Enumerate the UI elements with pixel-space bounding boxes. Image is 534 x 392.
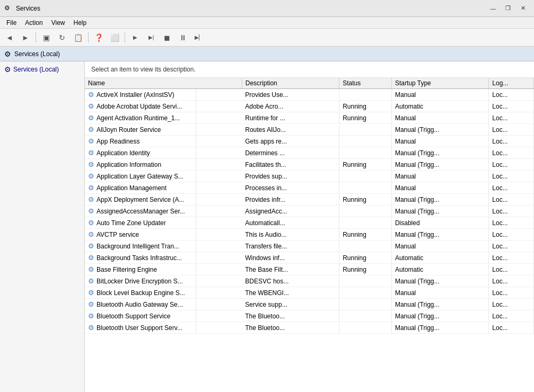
service-startup-cell: Manual	[391, 112, 488, 124]
resume-button[interactable]: ▶▏	[191, 31, 206, 44]
service-icon: ⚙	[88, 137, 94, 145]
console-tree-button[interactable]: ▣	[39, 31, 54, 44]
service-description-cell: The Bluetoo...	[242, 310, 339, 322]
title-bar: ⚙ Services — ❐ ✕	[0, 0, 534, 17]
service-startup-cell: Manual (Trigg...	[391, 322, 488, 334]
table-row[interactable]: ⚙Background Intelligent Tran...Transfers…	[85, 240, 534, 252]
service-icon: ⚙	[88, 102, 94, 110]
service-description-cell: Automaticall...	[242, 217, 339, 229]
export-button[interactable]: 📋	[71, 31, 85, 44]
service-icon: ⚙	[88, 289, 94, 297]
table-row[interactable]: ⚙Bluetooth Audio Gateway Se...Service su…	[85, 299, 534, 310]
table-row[interactable]: ⚙Block Level Backup Engine S...The WBENG…	[85, 287, 534, 299]
properties-button[interactable]: ❓	[91, 31, 106, 44]
col-name[interactable]: Name	[85, 78, 242, 89]
service-startup-cell: Manual (Trigg...	[391, 310, 488, 322]
service-logon-cell: Loc...	[489, 240, 534, 252]
start-service-button[interactable]: ▶	[128, 31, 143, 44]
col-startup[interactable]: Startup Type	[391, 78, 488, 89]
service-name: Background Intelligent Tran...	[97, 243, 179, 250]
close-button[interactable]: ✕	[516, 3, 530, 14]
service-icon: ⚙	[88, 195, 94, 203]
service-name: Bluetooth User Support Serv...	[97, 324, 182, 332]
service-status-cell	[339, 275, 392, 287]
menu-view[interactable]: View	[47, 18, 69, 28]
main-content: ⚙ Services (Local) Select an item to vie…	[0, 61, 534, 392]
service-name: Background Tasks Infrastruc...	[97, 254, 182, 262]
service-description-cell: Facilitates th...	[242, 159, 339, 171]
col-logon[interactable]: Log...	[489, 78, 534, 89]
minimize-button[interactable]: —	[486, 3, 500, 14]
service-status-cell: Running	[339, 252, 392, 264]
service-status-cell: Running	[339, 159, 392, 171]
service-status-cell	[339, 287, 392, 299]
address-icon: ⚙	[4, 50, 11, 58]
col-status[interactable]: Status	[339, 78, 392, 89]
service-name-cell: ⚙ActiveX Installer (AxInstSV)	[85, 89, 196, 100]
service-logon-cell: Loc...	[489, 299, 534, 310]
table-row[interactable]: ⚙Application IdentityDetermines ...Manua…	[85, 147, 534, 159]
menu-action[interactable]: Action	[21, 18, 47, 28]
table-row[interactable]: ⚙Application InformationFacilitates th..…	[85, 159, 534, 171]
service-description-cell: Windows inf...	[242, 252, 339, 264]
table-row[interactable]: ⚙AllJoyn Router ServiceRoutes AllJo...Ma…	[85, 124, 534, 136]
service-name-cell: ⚙Application Information	[85, 159, 196, 170]
forward-button[interactable]: ►	[18, 31, 33, 44]
service-icon: ⚙	[88, 161, 94, 168]
menu-help[interactable]: Help	[69, 18, 91, 28]
service-logon-cell: Loc...	[489, 264, 534, 275]
service-icon: ⚙	[88, 312, 94, 320]
pause-button[interactable]: ⏸	[176, 31, 190, 44]
service-description-cell: Provides infr...	[242, 194, 339, 206]
service-icon: ⚙	[88, 277, 94, 285]
table-row[interactable]: ⚙Application ManagementProcesses in...Ma…	[85, 182, 534, 194]
table-row[interactable]: ⚙Agent Activation Runtime_1...Runtime fo…	[85, 112, 534, 124]
help-button[interactable]: ⬜	[107, 31, 122, 44]
service-name-cell: ⚙Bluetooth Support Service	[85, 310, 196, 322]
refresh-button[interactable]: ↻	[55, 31, 69, 44]
stop-button[interactable]: ◼	[160, 31, 174, 44]
table-row[interactable]: ⚙Auto Time Zone UpdaterAutomaticall...Di…	[85, 217, 534, 229]
service-name: AssignedAccessManager Ser...	[97, 208, 185, 215]
service-logon-cell: Loc...	[489, 206, 534, 217]
service-logon-cell: Loc...	[489, 217, 534, 229]
service-name: Auto Time Zone Updater	[97, 219, 166, 227]
service-startup-cell: Manual (Trigg...	[391, 275, 488, 287]
service-logon-cell: Loc...	[489, 310, 534, 322]
start-button[interactable]: ▶|	[144, 31, 159, 44]
service-description-cell: Processes in...	[242, 182, 339, 194]
service-icon: ⚙	[88, 91, 94, 99]
service-name-cell: ⚙AVCTP service	[85, 229, 196, 240]
table-row[interactable]: ⚙AVCTP serviceThis is Audio...RunningMan…	[85, 229, 534, 240]
service-name-cell: ⚙BitLocker Drive Encryption S...	[85, 275, 196, 287]
service-logon-cell: Loc...	[489, 275, 534, 287]
table-row[interactable]: ⚙AppX Deployment Service (A...Provides i…	[85, 194, 534, 206]
table-row[interactable]: ⚙Adobe Acrobat Update Servi...Adobe Acro…	[85, 101, 534, 112]
service-status-cell	[339, 136, 392, 147]
back-button[interactable]: ◄	[2, 31, 17, 44]
service-icon: ⚙	[88, 126, 94, 133]
table-row[interactable]: ⚙ActiveX Installer (AxInstSV)Provides Us…	[85, 89, 534, 101]
menu-file[interactable]: File	[2, 18, 21, 28]
sidebar-item-services-local[interactable]: ⚙ Services (Local)	[2, 64, 82, 75]
restore-button[interactable]: ❐	[501, 3, 515, 14]
table-row[interactable]: ⚙Application Layer Gateway S...Provides …	[85, 171, 534, 182]
services-table-container[interactable]: Name Description Status Startup Type Log…	[85, 78, 534, 392]
description-text: Select an item to view its description.	[91, 66, 196, 73]
service-status-cell: Running	[339, 101, 392, 112]
service-name-cell: ⚙Adobe Acrobat Update Servi...	[85, 101, 196, 112]
table-row[interactable]: ⚙BitLocker Drive Encryption S...BDESVC h…	[85, 275, 534, 287]
table-row[interactable]: ⚙Bluetooth Support ServiceThe Bluetoo...…	[85, 310, 534, 322]
table-row[interactable]: ⚙Bluetooth User Support Serv...The Bluet…	[85, 322, 534, 334]
service-name: Bluetooth Audio Gateway Se...	[97, 301, 183, 308]
service-icon: ⚙	[88, 114, 94, 122]
service-name-cell: ⚙Block Level Backup Engine S...	[85, 287, 196, 298]
table-row[interactable]: ⚙App ReadinessGets apps re...ManualLoc..…	[85, 136, 534, 147]
table-row[interactable]: ⚙AssignedAccessManager Ser...AssignedAcc…	[85, 206, 534, 217]
service-name: Bluetooth Support Service	[97, 313, 170, 320]
table-row[interactable]: ⚙Background Tasks Infrastruc...Windows i…	[85, 252, 534, 264]
service-name-cell: ⚙Auto Time Zone Updater	[85, 217, 196, 228]
table-row[interactable]: ⚙Base Filtering EngineThe Base Filt...Ru…	[85, 264, 534, 275]
service-description-cell: The Base Filt...	[242, 264, 339, 275]
col-description[interactable]: Description	[242, 78, 339, 89]
